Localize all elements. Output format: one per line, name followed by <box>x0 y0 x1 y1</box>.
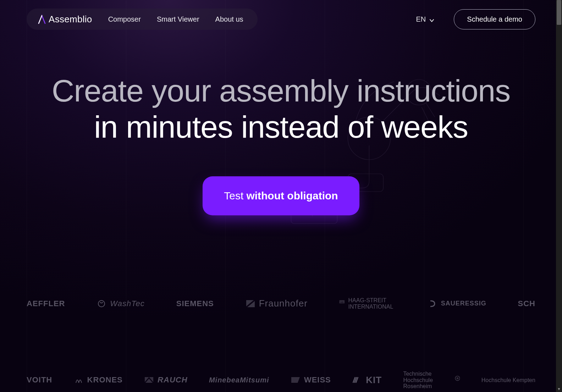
kit-icon <box>352 376 362 384</box>
chevron-down-icon <box>429 17 434 22</box>
nav-links: Composer Smart Viewer About us <box>108 15 243 23</box>
svg-rect-10 <box>456 377 458 379</box>
partner-logo: KIT <box>352 375 382 386</box>
hero-headline-line2: in minutes instead of weeks <box>0 110 562 144</box>
partner-logo: AEFFLER <box>27 299 65 308</box>
nav-link-smart-viewer[interactable]: Smart Viewer <box>157 15 199 23</box>
partner-logo: Fraunhofer <box>246 298 308 309</box>
partner-logo: Hochschule Kempten <box>481 377 535 383</box>
brand-logo-icon <box>37 14 46 24</box>
weiss-icon <box>291 376 301 384</box>
scroll-down-icon[interactable]: ▼ <box>556 386 562 392</box>
language-selector[interactable]: EN <box>416 15 435 23</box>
schedule-demo-button[interactable]: Schedule a demo <box>454 9 535 29</box>
nav-link-about-us[interactable]: About us <box>215 15 243 23</box>
washtec-icon <box>97 299 106 308</box>
hs-icon: HS <box>339 299 345 308</box>
hero-headline-line1: Create your assembly instructions <box>0 74 562 107</box>
rosenheim-icon <box>455 376 460 384</box>
brand-logo[interactable]: Assemblio <box>37 14 92 25</box>
partner-logo: SIEMENS <box>176 299 214 308</box>
partner-logo: WashTec <box>97 299 145 308</box>
cta-text-bold: without obligation <box>246 190 338 202</box>
brand-name: Assemblio <box>49 14 92 25</box>
cta-test-button[interactable]: Test without obligation <box>203 176 359 215</box>
cta-text-light: Test <box>224 190 243 202</box>
nav-link-composer[interactable]: Composer <box>108 15 141 23</box>
krones-icon <box>74 376 84 384</box>
scrollbar[interactable]: ▲ ▼ <box>556 0 562 392</box>
svg-text:HS: HS <box>340 301 343 303</box>
partner-logo: VOITH <box>27 375 52 385</box>
partner-logo: SCH <box>518 299 535 308</box>
scroll-thumb[interactable] <box>557 0 561 25</box>
hero: Create your assembly instructions in min… <box>0 74 562 215</box>
partner-logo: KRONES <box>74 375 123 385</box>
partners-row-1: AEFFLER WashTec SIEMENS Fraunhofer HS HA… <box>0 297 562 310</box>
partners-row-2: VOITH KRONES RAUCH MinebeaMitsumi WEISS … <box>0 371 562 390</box>
nav-pill: Assemblio Composer Smart Viewer About us <box>27 9 258 30</box>
partner-logo: SAUERESSIG <box>428 299 486 308</box>
rauch-icon <box>144 376 154 384</box>
partner-logo: WEISS <box>291 375 331 385</box>
fraunhofer-icon <box>246 299 255 308</box>
partner-logo: Technische Hochschule Rosenheim <box>403 371 460 390</box>
language-current: EN <box>416 15 426 23</box>
partner-logo: MinebeaMitsumi <box>209 376 269 384</box>
header-right: EN Schedule a demo <box>416 9 535 29</box>
partner-logo: HS HAAG-STREIT INTERNATIONAL <box>339 297 396 310</box>
partner-logo: RAUCH <box>144 375 187 385</box>
header: Assemblio Composer Smart Viewer About us… <box>27 9 535 30</box>
svg-point-4 <box>98 300 105 307</box>
saueressig-icon <box>428 299 437 308</box>
